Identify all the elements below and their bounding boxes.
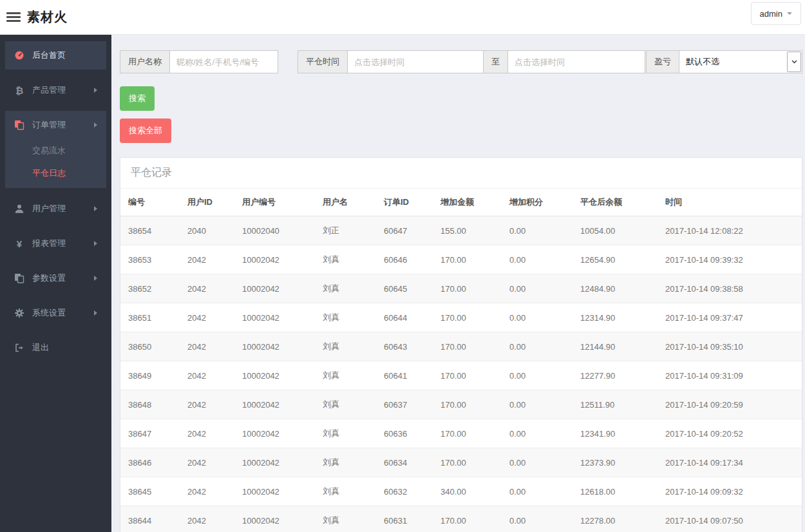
table-cell: 60634 xyxy=(376,448,433,477)
username-filter-group: 用户名称 xyxy=(120,50,278,73)
search-button[interactable]: 搜索 xyxy=(120,86,155,111)
table-row: 38653204210002042刘真60646170.000.0012654.… xyxy=(120,245,802,274)
table-cell: 刘真 xyxy=(315,332,376,361)
profit-filter-label: 盈亏 xyxy=(646,50,679,73)
table-cell: 0.00 xyxy=(502,477,573,506)
table-cell: 12484.90 xyxy=(573,274,658,303)
table-cell: 170.00 xyxy=(433,390,502,419)
table-column-header: 平仓后余额 xyxy=(573,189,658,216)
table-cell: 38644 xyxy=(120,506,180,532)
table-cell: 0.00 xyxy=(502,274,573,303)
time-filter-label: 平仓时间 xyxy=(298,50,348,73)
table-cell: 2042 xyxy=(180,303,234,332)
table-body: 38654204010002040刘正60647155.000.0010054.… xyxy=(120,216,802,532)
table-cell: 2017-10-14 09:35:10 xyxy=(658,332,802,361)
sidebar-item-params[interactable]: 参数设置 xyxy=(5,264,106,292)
table-column-header: 时间 xyxy=(658,189,802,216)
sidebar-item-label: 后台首页 xyxy=(32,50,66,61)
filter-toolbar: 用户名称 平仓时间 至 盈亏 默认不选 xyxy=(120,50,802,73)
table-row: 38651204210002042刘真60644170.000.0012314.… xyxy=(120,303,802,332)
table-cell: 12144.90 xyxy=(573,332,658,361)
table-cell: 0.00 xyxy=(502,448,573,477)
table-cell: 12341.90 xyxy=(573,419,658,448)
profit-select[interactable]: 默认不选 xyxy=(679,50,802,73)
table-row: 38648204210002042刘真60637170.000.0012511.… xyxy=(120,390,802,419)
sidebar-item-home[interactable]: 后台首页 xyxy=(5,41,106,70)
close-log-panel: 平仓记录 编号用户ID用户编号用户名订单ID增加金额增加积分平仓后余额时间 38… xyxy=(120,157,802,532)
signout-icon xyxy=(13,343,26,353)
table-row: 38650204210002042刘真60643170.000.0012144.… xyxy=(120,332,802,361)
table-cell: 2017-10-14 09:39:32 xyxy=(658,245,802,274)
gears-icon xyxy=(13,308,26,318)
chevron-down-icon xyxy=(787,12,792,15)
table-column-header: 编号 xyxy=(120,189,180,216)
start-time-input[interactable] xyxy=(347,50,484,73)
table-cell: 0.00 xyxy=(502,245,573,274)
table-cell: 2017-10-14 09:37:47 xyxy=(658,303,802,332)
table-cell: 340.00 xyxy=(433,477,502,506)
table-cell: 10002042 xyxy=(234,303,315,332)
copy-icon xyxy=(13,273,26,283)
table-cell: 10002042 xyxy=(234,332,315,361)
table-cell: 刘真 xyxy=(315,506,376,532)
table-cell: 刘真 xyxy=(315,419,376,448)
table-cell: 0.00 xyxy=(502,506,573,532)
sidebar-item-trade-flow[interactable]: 交易流水 xyxy=(5,139,106,162)
table-cell: 155.00 xyxy=(433,216,502,245)
table-cell: 刘真 xyxy=(315,361,376,390)
table-cell: 38648 xyxy=(120,390,180,419)
user-dropdown[interactable]: admin xyxy=(751,2,801,25)
table-cell: 2042 xyxy=(180,361,234,390)
table-cell: 0.00 xyxy=(502,361,573,390)
bitcoin-icon: ₿ xyxy=(13,85,26,96)
topbar: 素材火 admin xyxy=(0,0,805,35)
table-cell: 0.00 xyxy=(502,419,573,448)
time-to-label: 至 xyxy=(483,50,508,73)
table-cell: 2042 xyxy=(180,245,234,274)
profit-select-value: 默认不选 xyxy=(686,57,719,66)
search-all-button[interactable]: 搜索全部 xyxy=(120,119,171,143)
panel-header: 平仓记录 xyxy=(120,158,802,189)
table-cell: 10002042 xyxy=(234,419,315,448)
chevron-right-icon xyxy=(94,241,97,246)
table-cell: 0.00 xyxy=(502,216,573,245)
table-cell: 38645 xyxy=(120,477,180,506)
username-label: admin xyxy=(760,9,782,19)
table-cell: 10054.00 xyxy=(573,216,658,245)
sidebar-subitem-label: 平仓日志 xyxy=(32,168,66,178)
sidebar-item-label: 退出 xyxy=(32,342,49,354)
end-time-input[interactable] xyxy=(507,50,645,73)
table-cell: 10002042 xyxy=(234,361,315,390)
sidebar-item-system[interactable]: 系统设置 xyxy=(5,299,106,327)
table-cell: 0.00 xyxy=(502,332,573,361)
table-cell: 170.00 xyxy=(433,274,502,303)
table-cell: 2017-10-14 09:31:09 xyxy=(658,361,802,390)
table-column-header: 用户编号 xyxy=(234,189,315,216)
sidebar-item-close-log[interactable]: 平仓日志 xyxy=(5,162,106,184)
sidebar-item-orders[interactable]: 订单管理 xyxy=(5,111,106,139)
table-column-header: 增加金额 xyxy=(433,189,502,216)
profit-filter-group: 盈亏 默认不选 xyxy=(646,50,802,73)
table-row: 38647204210002042刘真60636170.000.0012341.… xyxy=(120,419,802,448)
table-cell: 12511.90 xyxy=(573,390,658,419)
table-cell: 60644 xyxy=(376,303,433,332)
sidebar-item-logout[interactable]: 退出 xyxy=(5,334,106,362)
sidebar-item-reports[interactable]: ¥ 报表管理 xyxy=(5,229,106,258)
table-cell: 38654 xyxy=(120,216,180,245)
table-cell: 刘真 xyxy=(315,477,376,506)
table-column-header: 订单ID xyxy=(376,189,433,216)
table-header-row: 编号用户ID用户编号用户名订单ID增加金额增加积分平仓后余额时间 xyxy=(120,189,802,216)
username-input[interactable] xyxy=(169,50,278,73)
table-cell: 刘真 xyxy=(315,245,376,274)
sidebar-item-users[interactable]: 用户管理 xyxy=(5,195,106,223)
table-cell: 10002042 xyxy=(234,245,315,274)
table-cell: 12373.90 xyxy=(573,448,658,477)
table-cell: 38647 xyxy=(120,419,180,448)
table-cell: 2042 xyxy=(180,274,234,303)
table-row: 38646204210002042刘真60634170.000.0012373.… xyxy=(120,448,802,477)
sidebar-item-products[interactable]: ₿ 产品管理 xyxy=(5,76,106,104)
table-cell: 60641 xyxy=(376,361,433,390)
table-cell: 38651 xyxy=(120,303,180,332)
files-icon xyxy=(13,120,26,130)
hamburger-menu-icon[interactable] xyxy=(6,10,21,24)
